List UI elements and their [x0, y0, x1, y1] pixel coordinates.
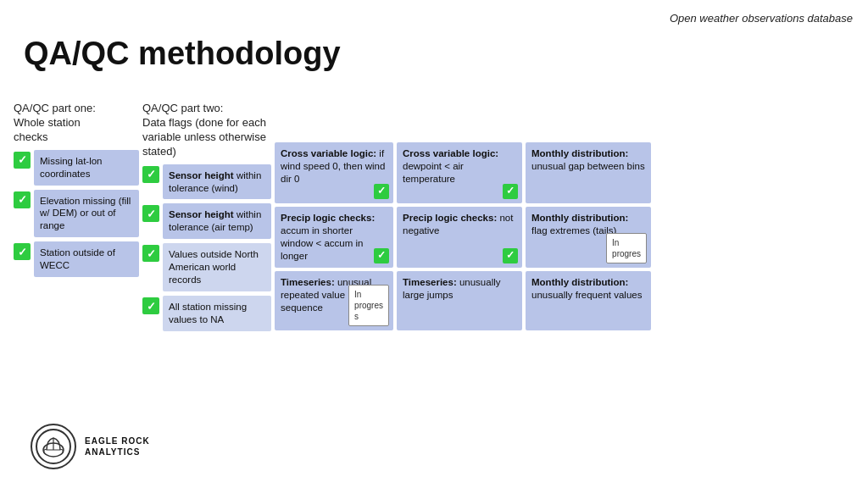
col1-whole-station: QA/QC part one:Whole stationchecks ✓ Mis…	[14, 102, 139, 480]
list-item: ✓ Missing lat-lon coordinates	[14, 150, 139, 186]
card-sensor-wind: Sensor height within tolerance (wind)	[163, 164, 271, 200]
col1-header: QA/QC part one:Whole stationchecks	[14, 102, 139, 145]
card-timeseries-repeat: Timeseries: unusual repeated value seque…	[275, 271, 393, 330]
col3-cross-variable: Cross variable logic: if wind speed 0, t…	[275, 102, 393, 480]
list-item: ✓ Values outside North American world re…	[142, 243, 271, 291]
card-cross-var-wind: Cross variable logic: if wind speed 0, t…	[275, 142, 393, 203]
card-cross-var-dewpoint: Cross variable logic: dewpoint < air tem…	[397, 142, 522, 203]
checkmark-icon: ✓	[374, 248, 389, 263]
card-monthly-gap: Monthly distribution: unusual gap betwee…	[526, 142, 651, 203]
card-missing-lat-lon: Missing lat-lon coordinates	[34, 150, 139, 186]
company-name: EAGLE ROCKANALYTICS	[85, 435, 150, 458]
list-item: ✓ All station missing values to NA	[142, 296, 271, 331]
checkmark-icon: ✓	[503, 248, 518, 263]
in-progress-badge: Inprogress	[348, 285, 389, 326]
checkmark-icon: ✓	[142, 245, 159, 262]
checkmark-icon: ✓	[14, 243, 31, 260]
checkmark-icon: ✓	[142, 166, 159, 183]
checkmark-icon: ✓	[14, 152, 31, 169]
checkmark-icon: ✓	[142, 297, 159, 314]
card-world-records: Values outside North American world reco…	[163, 243, 271, 291]
page-title: QA/QC methodology	[24, 36, 341, 72]
col2-sensor-height: QA/QC part two:Data flags (done for each…	[142, 102, 271, 480]
card-sensor-airtemp: Sensor height within tolerance (air temp…	[163, 203, 271, 239]
in-progress-badge: Inprogres	[606, 233, 647, 263]
logo-area: EAGLE ROCKANALYTICS	[31, 424, 150, 469]
card-missing-na: All station missing values to NA	[163, 296, 271, 331]
list-item: ✓ Sensor height within tolerance (wind)	[142, 164, 271, 200]
card-monthly-extremes: Monthly distribution: flag extremes (tai…	[526, 207, 651, 268]
content-area: QA/QC part one:Whole stationchecks ✓ Mis…	[14, 102, 860, 480]
card-station-wecc: Station outside of WECC	[34, 241, 139, 277]
card-timeseries-jumps: Timeseries: unusually large jumps	[397, 271, 522, 330]
col2-header: QA/QC part two:Data flags (done for each…	[142, 102, 271, 159]
card-elevation: Elevation missing (fill w/ DEM) or out o…	[34, 190, 139, 238]
col5-monthly: Monthly distribution: unusual gap betwee…	[526, 102, 651, 480]
list-item: ✓ Station outside of WECC	[14, 241, 139, 277]
db-label: Open weather observations database	[670, 12, 853, 25]
card-precip-accum: Precip logic checks: accum in shorter wi…	[275, 207, 393, 268]
card-monthly-frequent: Monthly distribution: unusually frequent…	[526, 271, 651, 330]
checkmark-icon: ✓	[14, 191, 31, 208]
checkmark-icon: ✓	[374, 184, 389, 199]
checkmark-icon: ✓	[142, 205, 159, 222]
logo-icon	[31, 424, 76, 469]
col4-cross-variable-2: Cross variable logic: dewpoint < air tem…	[397, 102, 522, 480]
card-precip-negative: Precip logic checks: not negative ✓	[397, 207, 522, 268]
list-item: ✓ Elevation missing (fill w/ DEM) or out…	[14, 190, 139, 238]
list-item: ✓ Sensor height within tolerance (air te…	[142, 203, 271, 239]
checkmark-icon: ✓	[503, 184, 518, 199]
